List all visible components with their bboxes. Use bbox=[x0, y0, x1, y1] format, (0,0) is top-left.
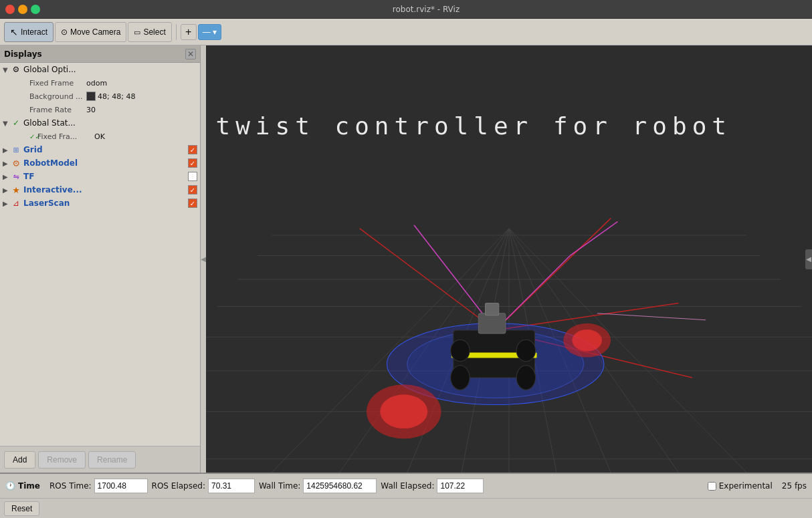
close-icon: ✕ bbox=[187, 49, 194, 59]
dropdown-label: — bbox=[203, 27, 211, 37]
expand-icon-grid: ▶ bbox=[3, 146, 11, 154]
global-status-label: Global Stat... bbox=[23, 118, 197, 128]
interact-button[interactable]: Interact bbox=[4, 22, 54, 42]
viewport-right-handle[interactable]: ◀ bbox=[805, 249, 812, 269]
select-label: Select bbox=[143, 27, 165, 37]
background-value: 48; 48; 48 bbox=[98, 92, 135, 101]
time-panel-header: 🕐 Time bbox=[5, 481, 40, 491]
move-camera-button[interactable]: Move Camera bbox=[55, 22, 126, 42]
grid-checkbox[interactable] bbox=[188, 145, 197, 154]
status-bar: Reset bbox=[0, 498, 812, 518]
check-icon-2: ✓ bbox=[29, 133, 37, 140]
toolbar-dropdown[interactable]: — ▾ bbox=[198, 24, 221, 40]
add-button[interactable]: Add bbox=[4, 451, 35, 469]
select-button[interactable]: Select bbox=[128, 22, 171, 42]
ros-elapsed-label: ROS Elapsed: bbox=[152, 481, 205, 491]
time-panel: 🕐 Time ROS Time: ROS Elapsed: Wall Time:… bbox=[0, 473, 812, 498]
svg-point-36 bbox=[451, 366, 470, 390]
fps-display: 25 fps bbox=[782, 481, 807, 491]
ros-elapsed-input[interactable] bbox=[208, 479, 255, 493]
sidebar-resizer[interactable]: ◀ bbox=[201, 45, 206, 473]
close-button[interactable] bbox=[5, 5, 15, 14]
interact-label: Interact bbox=[21, 27, 47, 37]
ros-time-group: ROS Time: bbox=[49, 479, 148, 493]
interactive-checkbox[interactable] bbox=[188, 185, 197, 195]
tree-item-fixed-frame[interactable]: Fixed Frame odom bbox=[0, 76, 200, 90]
tf-checkbox[interactable] bbox=[188, 172, 197, 181]
tree-item-frame-rate[interactable]: Frame Rate 30 bbox=[0, 103, 200, 116]
laserscan-checkbox[interactable] bbox=[188, 199, 197, 208]
viewport-overlay-text: twist controller for robot bbox=[215, 112, 732, 140]
time-panel-title: Time bbox=[18, 481, 40, 491]
viewport-canvas: twist controller for robot ◀ bbox=[206, 45, 812, 473]
displays-close-button[interactable]: ✕ bbox=[185, 49, 196, 59]
select-icon bbox=[134, 27, 140, 37]
frame-rate-value: 30 bbox=[86, 106, 96, 114]
expand-icon-laser: ▶ bbox=[3, 200, 11, 207]
expand-icon-interactive: ▶ bbox=[3, 186, 11, 194]
svg-point-37 bbox=[516, 366, 535, 390]
robotmodel-checkbox[interactable] bbox=[188, 158, 197, 168]
displays-panel: Displays ✕ ▼ ⚙ Global Opti... Fixed Fram… bbox=[0, 45, 200, 473]
tree-item-fixed-fra[interactable]: ✓ Fixed Fra... OK bbox=[0, 130, 200, 143]
tree-item-interactive[interactable]: ▶ ★ Interactive... bbox=[0, 183, 200, 197]
ros-time-label: ROS Time: bbox=[49, 481, 92, 491]
tree-item-global-options[interactable]: ▼ ⚙ Global Opti... bbox=[0, 63, 200, 76]
tree-item-global-status[interactable]: ▼ Global Stat... bbox=[0, 116, 200, 130]
ros-time-input[interactable] bbox=[94, 479, 148, 493]
grid-icon: ⊞ bbox=[11, 144, 21, 155]
background-label: Background ... bbox=[29, 92, 86, 101]
tree-item-grid[interactable]: ▶ ⊞ Grid bbox=[0, 143, 200, 156]
robotmodel-label: RobotModel bbox=[23, 158, 188, 168]
wall-elapsed-input[interactable] bbox=[437, 479, 484, 493]
background-color-swatch[interactable] bbox=[86, 92, 96, 101]
interactive-icon: ★ bbox=[11, 184, 21, 195]
toolbar: Interact Move Camera Select + — ▾ bbox=[0, 19, 812, 45]
add-icon-button[interactable]: + bbox=[181, 24, 197, 40]
expand-icon-robot: ▶ bbox=[3, 160, 11, 167]
panel-buttons: Add Remove Rename bbox=[0, 446, 200, 473]
handle-icon: ◀ bbox=[806, 255, 811, 263]
window-title: robot.rviz* - RViz bbox=[45, 5, 807, 14]
interact-icon bbox=[10, 27, 18, 37]
expand-icon-tf: ▶ bbox=[3, 173, 11, 180]
viewport[interactable]: twist controller for robot ◀ bbox=[206, 45, 812, 473]
displays-panel-header: Displays ✕ bbox=[0, 45, 200, 63]
displays-title: Displays bbox=[4, 49, 42, 59]
move-camera-label: Move Camera bbox=[70, 27, 120, 37]
toolbar-separator bbox=[176, 24, 177, 40]
svg-rect-34 bbox=[478, 313, 506, 334]
tree-item-laserscan[interactable]: ▶ ⊿ LaserScan bbox=[0, 197, 200, 210]
svg-point-31 bbox=[572, 330, 602, 351]
expand-icon: ▼ bbox=[3, 66, 11, 74]
frame-rate-label: Frame Rate bbox=[29, 106, 86, 114]
remove-button[interactable]: Remove bbox=[38, 451, 86, 469]
wall-time-group: Wall Time: bbox=[259, 479, 377, 493]
fixed-fra-value: OK bbox=[94, 132, 105, 141]
rename-button[interactable]: Rename bbox=[88, 451, 136, 469]
robot-icon: ⚙ bbox=[11, 158, 21, 168]
sidebar: Displays ✕ ▼ ⚙ Global Opti... Fixed Fram… bbox=[0, 45, 201, 473]
window-controls[interactable] bbox=[5, 5, 40, 14]
svg-point-38 bbox=[451, 340, 470, 361]
laser-icon: ⊿ bbox=[11, 198, 21, 209]
grid-label: Grid bbox=[23, 145, 188, 154]
wall-time-input[interactable] bbox=[303, 479, 377, 493]
tree-item-background[interactable]: Background ... 48; 48; 48 bbox=[0, 90, 200, 103]
tree-item-robotmodel[interactable]: ▶ ⚙ RobotModel bbox=[0, 156, 200, 170]
wall-elapsed-label: Wall Elapsed: bbox=[381, 481, 434, 491]
reset-button[interactable]: Reset bbox=[4, 501, 39, 516]
ros-elapsed-group: ROS Elapsed: bbox=[152, 479, 255, 493]
expand-icon-status: ▼ bbox=[3, 120, 11, 127]
tf-label: TF bbox=[23, 172, 188, 181]
svg-point-29 bbox=[380, 394, 427, 428]
experimental-checkbox[interactable] bbox=[708, 482, 716, 491]
minimize-button[interactable] bbox=[18, 5, 27, 14]
global-options-label: Global Opti... bbox=[23, 65, 197, 74]
fixed-fra-label: Fixed Fra... bbox=[37, 132, 94, 141]
dropdown-arrow: ▾ bbox=[213, 27, 217, 37]
tree-item-tf[interactable]: ▶ ⇋ TF bbox=[0, 170, 200, 183]
gear-icon: ⚙ bbox=[11, 64, 21, 75]
maximize-button[interactable] bbox=[31, 5, 40, 14]
wall-time-label: Wall Time: bbox=[259, 481, 300, 491]
